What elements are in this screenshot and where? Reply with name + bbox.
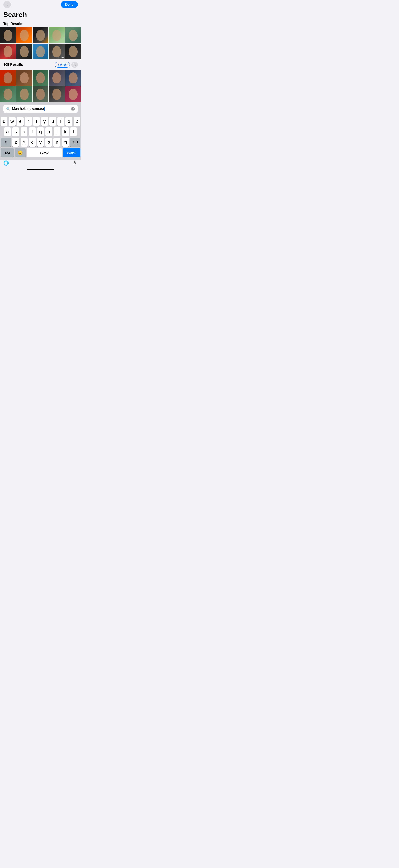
bottom-system-bar: 🌐 🎙: [0, 159, 81, 167]
key-g[interactable]: g: [37, 127, 44, 136]
key-a[interactable]: a: [4, 127, 11, 136]
key-n[interactable]: n: [54, 138, 61, 147]
back-chevron-icon: ‹: [6, 3, 8, 6]
photo-cell[interactable]: [16, 86, 32, 102]
photo-cell[interactable]: [65, 27, 81, 43]
key-o[interactable]: o: [65, 117, 72, 126]
key-u[interactable]: u: [49, 117, 56, 126]
key-space[interactable]: space: [27, 148, 62, 157]
top-results-grid: 1:06: [0, 27, 81, 60]
photo-cell[interactable]: [16, 27, 32, 43]
key-k[interactable]: k: [62, 127, 69, 136]
key-r[interactable]: r: [25, 117, 32, 126]
top-results-section: Top Results: [0, 20, 81, 27]
key-m[interactable]: m: [62, 138, 69, 147]
photo-cell[interactable]: [16, 44, 32, 60]
key-f[interactable]: f: [29, 127, 36, 136]
photo-cell[interactable]: [0, 27, 16, 43]
key-backspace[interactable]: ⌫: [70, 138, 80, 147]
clear-button[interactable]: ✕: [71, 107, 75, 111]
key-y[interactable]: y: [41, 117, 48, 126]
photo-cell[interactable]: [0, 86, 16, 102]
photo-cell[interactable]: [65, 70, 81, 86]
top-results-label: Top Results: [3, 22, 23, 26]
key-h[interactable]: h: [45, 127, 53, 136]
photo-cell[interactable]: [33, 44, 48, 60]
search-input[interactable]: Man holding camera: [12, 107, 69, 111]
home-indicator: [27, 169, 55, 170]
key-shift[interactable]: ⇧: [1, 138, 11, 147]
keyboard-row-4: 123 😊 space search: [1, 148, 80, 157]
key-x[interactable]: x: [21, 138, 28, 147]
search-field[interactable]: 🔍 Man holding camera ✕: [3, 104, 78, 113]
photo-cell[interactable]: [0, 44, 16, 60]
key-j[interactable]: j: [54, 127, 61, 136]
video-duration-badge: 1:06: [60, 56, 64, 59]
results-count: 109 Results: [3, 63, 23, 67]
photo-cell[interactable]: 1:06: [49, 44, 65, 60]
key-e[interactable]: e: [17, 117, 24, 126]
back-button[interactable]: ‹: [3, 1, 11, 8]
nav-bar: ‹ Done: [0, 0, 81, 10]
key-w[interactable]: w: [9, 117, 15, 126]
photo-cell[interactable]: [65, 86, 81, 102]
keyboard: q w e r t y u i o p a s d f g h j k l ⇧ …: [0, 116, 81, 159]
photo-cell[interactable]: [65, 44, 81, 60]
results-actions: Select ⇅: [55, 62, 78, 68]
results-bar: 109 Results Select ⇅: [0, 60, 81, 70]
photo-cell[interactable]: [33, 70, 48, 86]
key-i[interactable]: i: [57, 117, 64, 126]
search-container: 🔍 Man holding camera ✕: [0, 102, 81, 116]
page-title-section: Search: [0, 10, 81, 20]
photo-cell[interactable]: [49, 70, 65, 86]
clear-icon: ✕: [72, 108, 74, 110]
photo-cell[interactable]: [16, 70, 32, 86]
key-v[interactable]: v: [37, 138, 44, 147]
photo-cell[interactable]: [33, 86, 48, 102]
page-title: Search: [3, 11, 78, 19]
select-button[interactable]: Select: [55, 62, 70, 68]
search-query-text: Man holding camera: [12, 107, 44, 111]
keyboard-row-1: q w e r t y u i o p: [1, 117, 80, 126]
key-c[interactable]: c: [29, 138, 36, 147]
photo-cell[interactable]: [49, 27, 65, 43]
keyboard-row-2: a s d f g h j k l: [1, 127, 80, 136]
photo-cell[interactable]: [49, 86, 65, 102]
done-button[interactable]: Done: [61, 1, 78, 8]
key-t[interactable]: t: [33, 117, 40, 126]
search-button[interactable]: search: [63, 148, 80, 157]
key-p[interactable]: p: [73, 117, 80, 126]
key-z[interactable]: z: [12, 138, 19, 147]
key-d[interactable]: d: [21, 127, 28, 136]
search-icon: 🔍: [6, 107, 10, 111]
mic-icon[interactable]: 🎙: [73, 160, 78, 166]
globe-icon[interactable]: 🌐: [3, 160, 9, 166]
key-numbers[interactable]: 123: [1, 148, 14, 157]
key-b[interactable]: b: [45, 138, 53, 147]
photo-cell[interactable]: [33, 27, 48, 43]
cursor: [44, 107, 45, 111]
keyboard-row-3: ⇧ z x c v b n m ⌫: [1, 138, 80, 147]
all-results-grid: [0, 70, 81, 102]
key-l[interactable]: l: [70, 127, 77, 136]
sort-button[interactable]: ⇅: [71, 62, 78, 68]
sort-icon: ⇅: [73, 63, 76, 66]
key-s[interactable]: s: [12, 127, 19, 136]
key-q[interactable]: q: [1, 117, 7, 126]
key-emoji[interactable]: 😊: [15, 148, 25, 157]
photo-cell[interactable]: [0, 70, 16, 86]
